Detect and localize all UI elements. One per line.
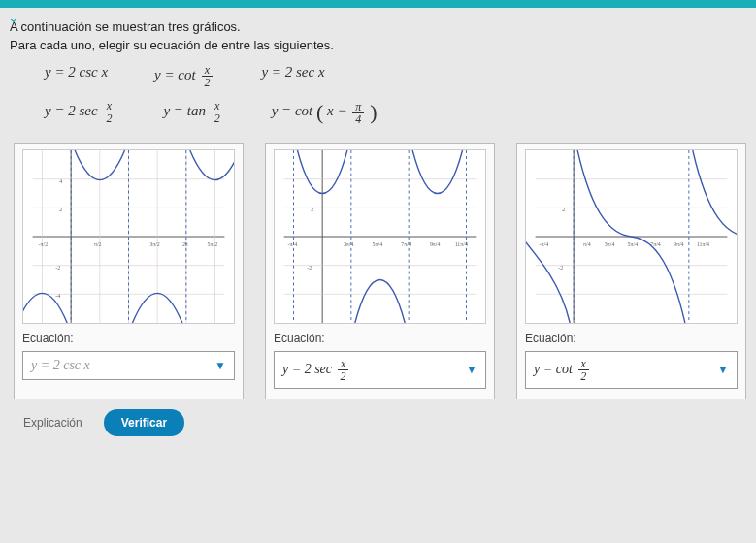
graph-panel-3: -π/4π/4 3π/45π/4 7π/49π/4 11π/4 2-2 Ecua… <box>516 143 746 399</box>
graphs-row: -π/2 π/2 3π/2 2π 5π/2 42 -2-4 Ecuación: … <box>14 143 746 399</box>
equation-options-row-1: y = 2 csc x y = cot x2 y = 2 sec x <box>45 64 746 88</box>
svg-text:-2: -2 <box>558 265 563 271</box>
svg-text:2: 2 <box>311 207 313 212</box>
svg-text:3π/2: 3π/2 <box>149 241 160 247</box>
footer-actions: Explicación Verificar <box>14 409 746 436</box>
svg-text:3π/4: 3π/4 <box>605 241 615 247</box>
option-1: y = 2 csc x <box>45 64 108 88</box>
svg-text:-2: -2 <box>55 265 60 271</box>
verify-button[interactable]: Verificar <box>104 409 184 436</box>
option-5: y = tan x2 <box>163 100 224 125</box>
svg-text:-2: -2 <box>307 265 312 271</box>
svg-text:9π/4: 9π/4 <box>674 241 684 247</box>
graph-2: -π/4 3π/45π/4 7π/49π/4 11π/4 2-2 <box>274 149 486 324</box>
answer-label-3: Ecuación: <box>525 332 738 345</box>
svg-text:4: 4 <box>59 178 62 184</box>
svg-text:9π/4: 9π/4 <box>430 241 441 247</box>
equation-options-row-2: y = 2 sec x2 y = tan x2 y = cot ( x − π4… <box>45 100 746 125</box>
svg-text:5π/4: 5π/4 <box>628 241 639 247</box>
answer-value-2: y = 2 sec x2 <box>282 358 351 382</box>
top-accent-bar <box>0 0 756 8</box>
question-content: A continuación se muestran tres gráficos… <box>0 12 756 436</box>
answer-value-1: y = 2 csc x <box>31 358 90 373</box>
answer-label-1: Ecuación: <box>22 332 235 345</box>
dropdown-icon: ▼ <box>214 359 226 373</box>
answer-select-2[interactable]: y = 2 sec x2 ▼ <box>274 351 486 389</box>
svg-text:-π/2: -π/2 <box>39 241 49 247</box>
svg-text:7π/4: 7π/4 <box>401 241 411 247</box>
answer-select-3[interactable]: y = cot x2 ▼ <box>525 351 738 389</box>
option-3: y = 2 sec x <box>261 64 324 88</box>
prompt-line-1: A continuación se muestran tres gráficos… <box>10 19 746 34</box>
svg-text:-4: -4 <box>55 293 60 299</box>
option-6: y = cot ( x − π4 ) <box>272 100 378 125</box>
answer-select-1[interactable]: y = 2 csc x ▼ <box>22 351 235 380</box>
svg-text:-π/4: -π/4 <box>288 241 298 247</box>
svg-text:2: 2 <box>59 207 62 212</box>
dropdown-icon: ▼ <box>717 363 729 377</box>
svg-text:5π/2: 5π/2 <box>208 241 218 247</box>
svg-text:π/2: π/2 <box>94 241 102 247</box>
option-4: y = 2 sec x2 <box>45 100 116 125</box>
prompt-line-2: Para cada uno, elegir su ecuación de ent… <box>10 38 746 52</box>
svg-text:11π/4: 11π/4 <box>455 241 468 247</box>
answer-label-2: Ecuación: <box>274 332 486 345</box>
graph-3: -π/4π/4 3π/45π/4 7π/49π/4 11π/4 2-2 <box>525 149 738 324</box>
svg-text:2: 2 <box>562 207 565 212</box>
svg-text:π/4: π/4 <box>583 241 591 247</box>
explain-button[interactable]: Explicación <box>14 410 92 435</box>
option-2: y = cot x2 <box>154 64 214 88</box>
svg-text:7π/4: 7π/4 <box>650 241 661 247</box>
graph-panel-2: -π/4 3π/45π/4 7π/49π/4 11π/4 2-2 Ecuació… <box>265 143 495 399</box>
graph-panel-1: -π/2 π/2 3π/2 2π 5π/2 42 -2-4 Ecuación: … <box>14 143 244 399</box>
svg-text:3π/4: 3π/4 <box>344 241 354 247</box>
svg-text:-π/4: -π/4 <box>540 241 549 247</box>
chevron-down-icon[interactable]: ⌄ <box>8 10 19 25</box>
svg-text:11π/4: 11π/4 <box>697 241 709 247</box>
svg-text:5π/4: 5π/4 <box>373 241 383 247</box>
svg-text:2π: 2π <box>182 241 188 247</box>
dropdown-icon: ▼ <box>466 363 477 377</box>
answer-value-3: y = cot x2 <box>534 358 591 382</box>
graph-1: -π/2 π/2 3π/2 2π 5π/2 42 -2-4 <box>22 149 235 324</box>
